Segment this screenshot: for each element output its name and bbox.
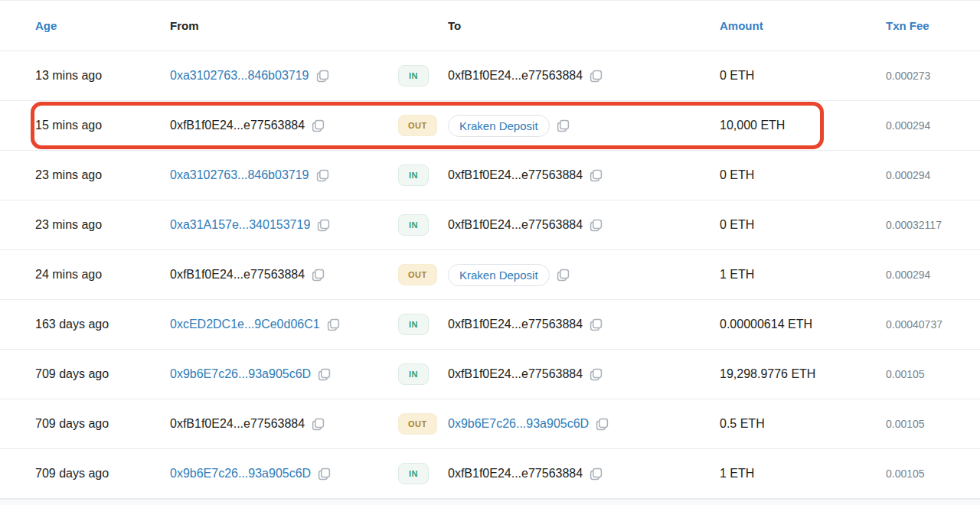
to-name-tag[interactable]: Kraken Deposit <box>448 115 550 137</box>
direction-badge: IN <box>398 214 429 236</box>
from-address[interactable]: 0xcED2DC1e...9Ce0d06C1 <box>170 318 320 331</box>
from-cell: 0x9b6E7c26...93a905c6D <box>170 367 398 381</box>
table-row: 23 mins ago 0xa3102763...846b03719 IN 0x… <box>0 151 980 200</box>
header-txn-fee[interactable]: Txn Fee <box>886 19 980 32</box>
from-cell: 0xfB1f0E24...e77563884 <box>170 268 398 282</box>
copy-to-address-button[interactable] <box>590 318 603 331</box>
copy-icon <box>590 219 603 232</box>
copy-to-address-button[interactable] <box>596 418 609 431</box>
to-cell: Kraken Deposit <box>448 264 720 286</box>
to-address: 0xfB1f0E24...e77563884 <box>448 218 583 232</box>
copy-from-address-button[interactable] <box>312 418 325 431</box>
copy-from-address-button[interactable] <box>318 368 331 381</box>
txn-fee-cell: 0.00040737 <box>886 318 980 331</box>
age-cell: 13 mins ago <box>35 69 170 83</box>
txn-fee-cell: 0.00105 <box>886 368 980 380</box>
direction-cell: IN <box>398 363 448 385</box>
table-body: 13 mins ago 0xa3102763...846b03719 IN 0x… <box>0 51 980 499</box>
copy-from-address-button[interactable] <box>316 70 329 83</box>
copy-icon <box>596 418 609 431</box>
direction-badge: IN <box>398 165 429 186</box>
age-cell: 23 mins ago <box>35 168 170 182</box>
from-address[interactable]: 0xa3102763...846b03719 <box>170 69 309 83</box>
direction-badge: OUT <box>398 264 437 285</box>
txn-fee-cell: 0.000273 <box>886 70 980 82</box>
to-name-tag[interactable]: Kraken Deposit <box>448 264 550 286</box>
copy-from-address-button[interactable] <box>318 468 331 481</box>
to-cell: 0x9b6E7c26...93a905c6D <box>448 417 720 431</box>
copy-to-address-button[interactable] <box>590 219 603 232</box>
copy-icon <box>317 219 330 232</box>
to-cell: 0xfB1f0E24...e77563884 <box>448 69 720 83</box>
to-cell: Kraken Deposit <box>448 115 720 137</box>
from-address[interactable]: 0x9b6E7c26...93a905c6D <box>170 367 311 381</box>
copy-icon <box>590 468 603 481</box>
to-address: 0xfB1f0E24...e77563884 <box>448 367 583 381</box>
from-cell: 0xa3102763...846b03719 <box>170 69 398 83</box>
direction-cell: IN <box>398 463 448 484</box>
copy-icon <box>312 119 325 132</box>
table-row: 709 days ago 0xfB1f0E24...e77563884 OUT … <box>0 399 980 449</box>
from-cell: 0xfB1f0E24...e77563884 <box>170 119 398 132</box>
amount-cell: 10,000 ETH <box>720 119 886 132</box>
direction-badge: OUT <box>398 413 437 435</box>
amount-cell: 1 ETH <box>720 268 886 282</box>
copy-to-address-button[interactable] <box>557 269 570 282</box>
copy-to-address-button[interactable] <box>557 119 570 132</box>
copy-icon <box>318 368 331 381</box>
direction-badge: IN <box>398 363 429 385</box>
from-cell: 0x9b6E7c26...93a905c6D <box>170 467 398 481</box>
direction-cell: OUT <box>398 115 448 136</box>
txn-fee-cell: 0.000294 <box>886 119 980 132</box>
header-amount[interactable]: Amount <box>720 19 886 32</box>
copy-from-address-button[interactable] <box>327 318 340 331</box>
to-address[interactable]: 0x9b6E7c26...93a905c6D <box>448 417 589 431</box>
next-section-divider <box>0 499 980 505</box>
from-cell: 0xcED2DC1e...9Ce0d06C1 <box>170 318 398 331</box>
from-address[interactable]: 0xa31A157e...340153719 <box>170 218 310 232</box>
copy-icon <box>590 318 603 331</box>
from-address: 0xfB1f0E24...e77563884 <box>170 268 305 282</box>
copy-to-address-button[interactable] <box>590 468 603 481</box>
amount-cell: 0.00000614 ETH <box>720 318 886 331</box>
from-address[interactable]: 0x9b6E7c26...93a905c6D <box>170 467 311 481</box>
copy-icon <box>590 368 603 381</box>
amount-cell: 0 ETH <box>720 168 886 182</box>
copy-icon <box>312 418 325 431</box>
to-cell: 0xfB1f0E24...e77563884 <box>448 218 720 232</box>
txn-fee-cell: 0.00032117 <box>886 219 980 231</box>
header-age[interactable]: Age <box>35 19 170 32</box>
copy-icon <box>316 169 329 182</box>
age-cell: 709 days ago <box>35 467 170 481</box>
copy-to-address-button[interactable] <box>590 368 603 381</box>
copy-from-address-button[interactable] <box>316 169 329 182</box>
amount-cell: 0 ETH <box>720 69 886 83</box>
age-cell: 15 mins ago <box>35 119 170 132</box>
to-cell: 0xfB1f0E24...e77563884 <box>448 367 720 381</box>
direction-cell: OUT <box>398 413 448 435</box>
direction-cell: OUT <box>398 264 448 285</box>
to-cell: 0xfB1f0E24...e77563884 <box>448 467 720 481</box>
direction-cell: IN <box>398 165 448 186</box>
from-address[interactable]: 0xa3102763...846b03719 <box>170 168 309 182</box>
copy-from-address-button[interactable] <box>312 269 325 282</box>
txn-fee-cell: 0.00105 <box>886 468 980 480</box>
direction-badge: OUT <box>398 115 437 136</box>
direction-cell: IN <box>398 65 448 86</box>
txn-fee-cell: 0.000294 <box>886 169 980 181</box>
direction-cell: IN <box>398 214 448 236</box>
copy-from-address-button[interactable] <box>317 219 330 232</box>
direction-badge: IN <box>398 463 429 484</box>
age-cell: 163 days ago <box>35 318 170 331</box>
copy-icon <box>557 269 570 282</box>
copy-to-address-button[interactable] <box>590 70 603 83</box>
amount-cell: 0 ETH <box>720 218 886 232</box>
to-address: 0xfB1f0E24...e77563884 <box>448 318 583 331</box>
age-cell: 709 days ago <box>35 367 170 381</box>
table-row: 23 mins ago 0xa31A157e...340153719 IN 0x… <box>0 200 980 250</box>
copy-to-address-button[interactable] <box>590 169 603 182</box>
from-address: 0xfB1f0E24...e77563884 <box>170 417 305 431</box>
copy-from-address-button[interactable] <box>312 119 325 132</box>
to-address: 0xfB1f0E24...e77563884 <box>448 168 583 182</box>
amount-cell: 19,298.9776 ETH <box>720 367 886 381</box>
